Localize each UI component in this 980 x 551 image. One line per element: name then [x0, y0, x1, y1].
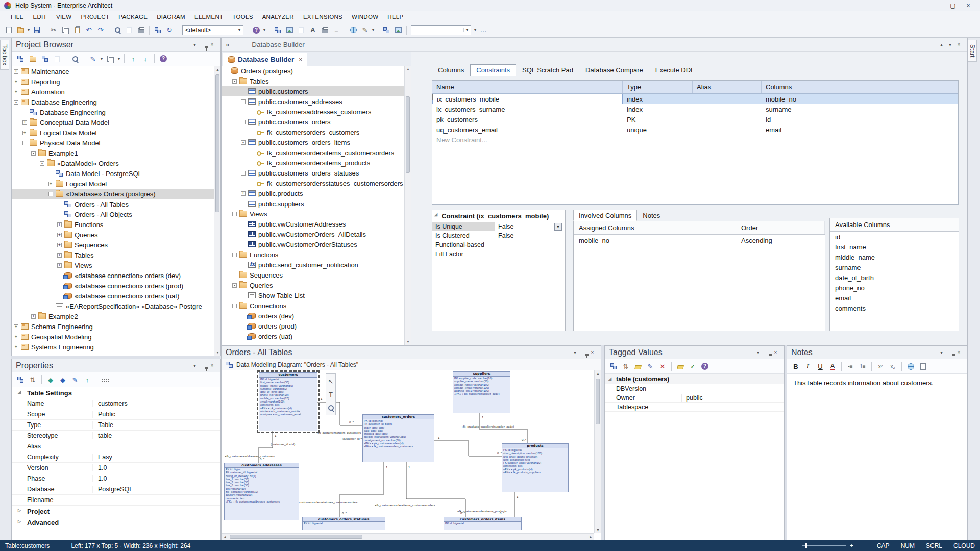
- property-group-advanced[interactable]: ▷Advanced: [12, 517, 220, 528]
- zoom-out-button[interactable]: –: [795, 542, 799, 549]
- diagram-entity-suppliers[interactable]: suppliersPK supplier_code: varchar(10) s…: [453, 371, 510, 413]
- tree-item[interactable]: +public.vwCustomerAddresses: [222, 219, 411, 229]
- tree-item[interactable]: -Example1: [12, 148, 220, 158]
- tree-item[interactable]: +orders (prod): [222, 321, 411, 331]
- property-value[interactable]: Easy: [92, 454, 220, 461]
- expand-icon[interactable]: +: [14, 90, 18, 94]
- property-row[interactable]: Phase1.0: [12, 473, 220, 484]
- expand-icon[interactable]: +: [14, 335, 18, 339]
- new-model[interactable]: [15, 53, 26, 64]
- quick-search-combo[interactable]: ▾: [411, 25, 471, 35]
- constraint-row[interactable]: ix_customers_surnameindexsurname: [432, 104, 958, 114]
- tab-database-compare[interactable]: Database Compare: [579, 64, 649, 76]
- diagram-entity-products[interactable]: productsPK id: bigserial short_descripti…: [502, 443, 569, 492]
- edit-tagged-value[interactable]: ✎: [645, 361, 656, 372]
- tree-item[interactable]: -public.customers_orders_statuses: [222, 168, 411, 178]
- tab-notes[interactable]: Notes: [637, 210, 666, 221]
- start-tab[interactable]: Start: [968, 40, 977, 62]
- property-value[interactable]: 1.0: [92, 475, 220, 482]
- tree-item[interactable]: +fk_customersordersitems_products: [222, 158, 411, 168]
- cell-columns[interactable]: id: [762, 114, 957, 124]
- pen-tool-menu-icon[interactable]: ▾: [371, 28, 375, 32]
- bullet-list[interactable]: •≡: [845, 361, 856, 372]
- property-value[interactable]: PostgreSQL: [92, 486, 220, 493]
- categorized-view[interactable]: [15, 374, 26, 385]
- property-value[interactable]: table: [92, 432, 220, 439]
- tree-item[interactable]: -public.customers_orders_items: [222, 137, 411, 147]
- underline[interactable]: U: [815, 361, 826, 372]
- cell-name[interactable]: pk_customers: [432, 114, 623, 124]
- tree-item[interactable]: +Systems Engineering: [12, 342, 220, 352]
- tree-item[interactable]: +Orders - All Tables: [12, 199, 220, 209]
- close-icon[interactable]: ×: [588, 349, 597, 355]
- available-column-item[interactable]: email: [830, 293, 959, 303]
- team-library[interactable]: [381, 24, 392, 36]
- collapse-icon[interactable]: -: [48, 192, 53, 196]
- help[interactable]: ?: [158, 53, 169, 64]
- tree-item[interactable]: +Database Engineering: [12, 107, 220, 117]
- property-group-project[interactable]: ▷Project: [12, 506, 220, 517]
- diagram-entity-customers_orders[interactable]: customers_ordersPK id: bigserialFK custo…: [362, 414, 434, 462]
- property-value[interactable]: False: [495, 231, 565, 240]
- diagram-entity-customers_orders_items[interactable]: customers_orders_itemsPK id: bigserial: [444, 517, 522, 530]
- superscript[interactable]: x²: [875, 361, 886, 372]
- tree-item[interactable]: +«database connection» orders (prod): [12, 281, 220, 291]
- select-tool[interactable]: ↖: [325, 375, 336, 387]
- tree-item[interactable]: +Views: [12, 260, 220, 270]
- property-row[interactable]: Filename: [12, 495, 220, 506]
- edit-item-menu-icon[interactable]: ▾: [100, 57, 104, 61]
- constraint-property-row[interactable]: Is ClusteredFalse: [432, 231, 565, 240]
- cell-type[interactable]: index: [623, 104, 693, 114]
- promote[interactable]: ↑: [82, 374, 93, 385]
- constraint-row[interactable]: uq_customers_emailuniqueemail: [432, 124, 958, 135]
- sort-alphabetical[interactable]: ⇅: [27, 374, 38, 385]
- copy-item-menu-icon[interactable]: ▾: [117, 57, 121, 61]
- collapse-icon[interactable]: -: [232, 212, 237, 216]
- close-icon[interactable]: ×: [208, 42, 216, 47]
- tree-item[interactable]: +Show Table List: [222, 290, 411, 300]
- help[interactable]: ?: [699, 361, 710, 372]
- column-header-type[interactable]: Type: [623, 81, 693, 93]
- tree-item[interactable]: -«Database» Orders (postgres): [12, 189, 220, 199]
- delete-tagged-value[interactable]: ✕: [657, 361, 668, 372]
- tree-item[interactable]: +public.products: [222, 188, 411, 198]
- menu-item-help[interactable]: HELP: [383, 13, 408, 21]
- tree-item[interactable]: -Views: [222, 209, 411, 219]
- collapse-icon[interactable]: -: [241, 171, 246, 176]
- expand-icon[interactable]: +: [57, 243, 62, 247]
- bold[interactable]: B: [790, 361, 801, 372]
- expand-icon[interactable]: +: [14, 69, 18, 74]
- tree-item[interactable]: -Database Engineering: [12, 97, 220, 107]
- expand-icon[interactable]: +: [14, 345, 18, 349]
- expand-icon[interactable]: +: [57, 253, 62, 258]
- available-column-item[interactable]: date_of_birth: [830, 272, 959, 283]
- subscript[interactable]: x₂: [887, 361, 898, 372]
- cell-alias[interactable]: [693, 114, 762, 124]
- cell-columns[interactable]: mobile_no: [762, 94, 957, 104]
- scrollbar-horizontal[interactable]: ◄ ►: [222, 533, 594, 540]
- find-in-project[interactable]: [124, 24, 135, 36]
- perspective-combo[interactable]: <default>▾: [182, 25, 243, 35]
- column-header-order[interactable]: Order: [736, 221, 825, 234]
- save[interactable]: [31, 24, 42, 36]
- undo[interactable]: ↶: [83, 24, 94, 36]
- tree-item[interactable]: +public.customers: [222, 86, 411, 96]
- property-row[interactable]: TypeTable: [12, 420, 220, 431]
- expand-icon[interactable]: +: [57, 222, 62, 227]
- menu-item-window[interactable]: WINDOW: [347, 13, 383, 21]
- tree-item[interactable]: +fk_customersordersstatuses_customersord…: [222, 178, 411, 188]
- diagram-entity-customers[interactable]: customersPK id: bigserial first_name: va…: [259, 372, 317, 431]
- preview[interactable]: [100, 374, 111, 385]
- italic[interactable]: I: [802, 361, 814, 372]
- collapse-icon[interactable]: -: [232, 283, 237, 288]
- copy-item[interactable]: [105, 53, 116, 64]
- tab-involved-columns[interactable]: Involved Columns: [573, 210, 637, 221]
- tree-item[interactable]: +Automation: [12, 87, 220, 97]
- checklist[interactable]: ✓: [687, 361, 698, 372]
- tree-item[interactable]: -public.customers_orders: [222, 117, 411, 127]
- available-column-item[interactable]: surname: [830, 262, 959, 272]
- property-value[interactable]: False▼: [495, 222, 565, 231]
- new-note[interactable]: [917, 361, 928, 372]
- property-row[interactable]: Version1.0: [12, 463, 220, 473]
- expand-icon[interactable]: +: [22, 131, 27, 135]
